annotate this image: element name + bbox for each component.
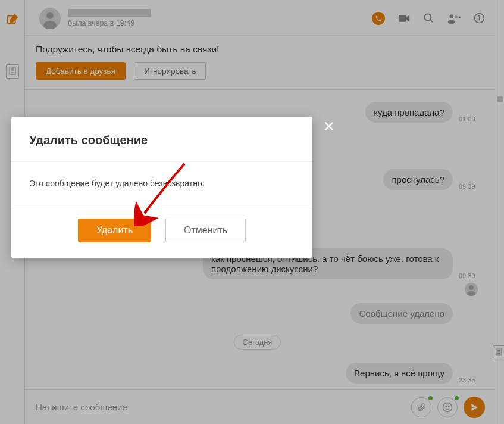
cancel-button[interactable]: Отменить: [165, 219, 246, 242]
close-icon[interactable]: [321, 118, 337, 135]
modal-body-text: Это сообщение будет удалено безвозвратно…: [11, 162, 312, 205]
modal-title: Удалить сообщение: [29, 133, 295, 147]
delete-button[interactable]: Удалить: [78, 219, 151, 242]
delete-message-modal: Удалить сообщение Это сообщение будет уд…: [11, 117, 312, 258]
